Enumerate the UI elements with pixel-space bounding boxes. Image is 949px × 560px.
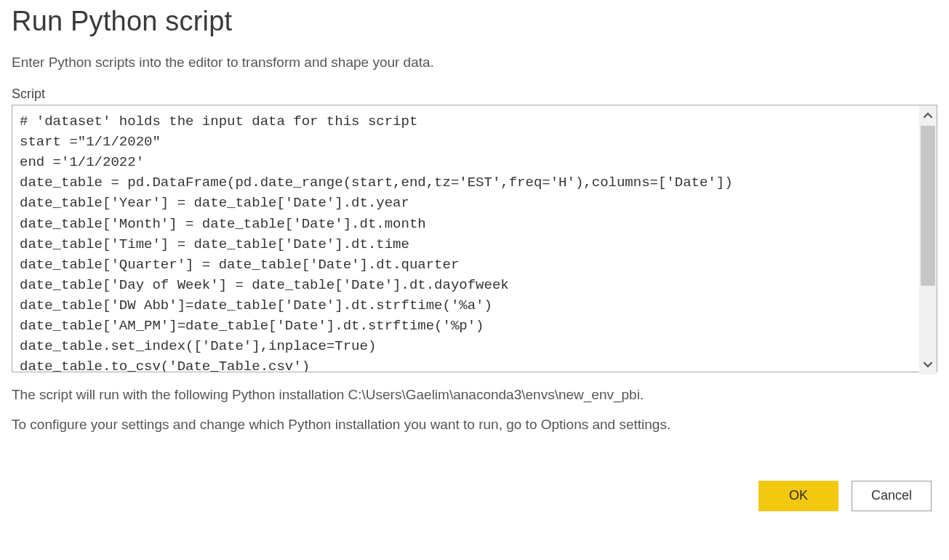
dialog-title: Run Python script (12, 6, 937, 37)
configuration-info: To configure your settings and change wh… (12, 414, 937, 435)
script-editor-wrapper (12, 105, 937, 375)
dialog-subtitle: Enter Python scripts into the editor to … (12, 55, 937, 71)
cancel-button[interactable]: Cancel (852, 481, 932, 511)
script-label: Script (12, 87, 937, 102)
installation-info: The script will run with the following P… (12, 384, 937, 405)
script-editor[interactable] (12, 105, 937, 372)
ok-button[interactable]: OK (758, 481, 838, 511)
dialog-buttons: OK Cancel (12, 481, 937, 511)
